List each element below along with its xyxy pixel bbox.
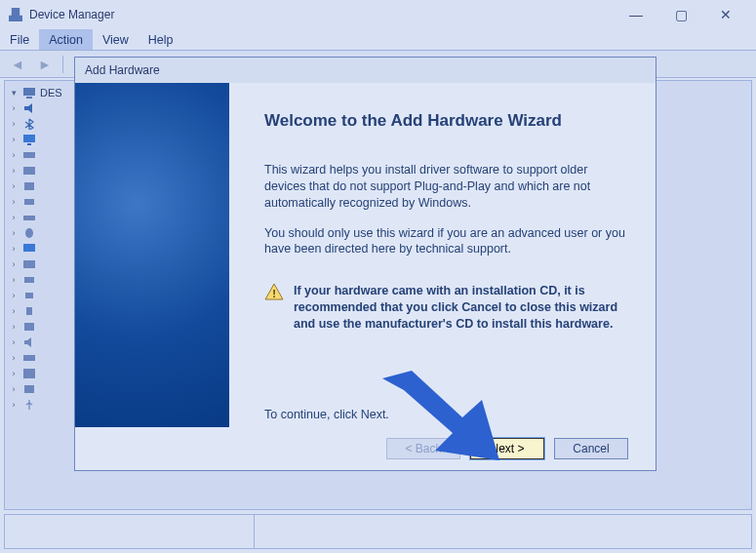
svg-rect-20 [24,385,34,393]
svg-rect-4 [27,143,31,145]
chevron-right-icon[interactable]: › [9,306,19,316]
printer-icon [22,274,36,286]
monitor2-icon [22,243,36,255]
sound-icon [22,336,36,348]
svg-rect-5 [23,152,35,158]
chevron-right-icon[interactable]: › [9,166,19,176]
tree-item[interactable]: › [9,241,77,257]
dialog-banner [75,83,229,427]
dialog-body: Welcome to the Add Hardware Wizard This … [75,83,656,427]
svg-rect-15 [26,307,32,315]
tree-item[interactable]: › [9,257,77,272]
toolbar-separator [62,56,63,73]
tree-item[interactable]: › [9,350,77,366]
tree-item[interactable]: › [9,335,77,350]
svg-rect-3 [23,135,35,142]
minimize-button[interactable]: — [614,0,658,29]
svg-text:!: ! [272,288,276,299]
tree-item[interactable]: › [9,288,77,303]
chevron-right-icon[interactable]: › [9,244,19,254]
chevron-right-icon[interactable]: › [9,384,19,394]
chevron-right-icon[interactable]: › [9,400,19,410]
tree-item[interactable]: › [9,178,77,194]
chevron-right-icon[interactable]: › [9,150,19,160]
chevron-right-icon[interactable]: › [9,275,19,285]
status-cell [255,515,751,548]
firmware-icon [22,180,36,192]
svg-rect-16 [24,323,34,331]
processor-icon [22,290,36,301]
disk-icon [22,149,36,161]
svg-rect-7 [24,182,34,190]
maximize-button[interactable]: ▢ [658,0,703,29]
chevron-right-icon[interactable]: › [9,135,19,144]
system-icon [22,368,36,379]
dialog-paragraph-1: This wizard helps you install driver sof… [264,162,626,212]
svg-rect-18 [23,355,35,361]
nav-back-icon: ◄ [6,54,29,75]
svg-rect-11 [23,244,35,252]
svg-rect-1 [26,97,32,99]
keyboard-icon [22,212,36,223]
chevron-right-icon[interactable]: › [9,337,19,347]
tree-item[interactable]: › [9,147,77,163]
tree-item[interactable]: › [9,100,77,116]
tree-item[interactable]: › [9,397,77,413]
chevron-right-icon[interactable]: › [9,181,19,191]
computer-icon [22,87,36,99]
chevron-right-icon[interactable]: › [9,369,19,378]
svg-marker-2 [24,103,32,113]
tree-item[interactable]: › [9,381,77,397]
chevron-right-icon[interactable]: › [9,228,19,238]
chevron-right-icon[interactable]: › [9,103,19,113]
svg-rect-6 [23,167,35,175]
dialog-button-row: < Back Next > Cancel [75,427,656,470]
dialog-main: Welcome to the Add Hardware Wizard This … [229,83,656,427]
tree-item[interactable]: › [9,132,77,147]
tree-item[interactable]: › [9,303,77,319]
tree-item[interactable]: › [9,319,77,335]
chevron-right-icon[interactable]: › [9,322,19,332]
titlebar: Device Manager — ▢ ✕ [0,0,756,29]
tree-item[interactable]: › [9,225,77,241]
chevron-right-icon[interactable]: › [9,197,19,207]
svg-rect-9 [23,216,35,220]
svg-rect-19 [23,369,35,378]
tree-item[interactable]: › [9,272,77,288]
dialog-heading: Welcome to the Add Hardware Wizard [264,110,626,133]
tree-root[interactable]: ▾ DES [9,85,77,100]
cancel-button[interactable]: Cancel [554,438,628,459]
chevron-right-icon[interactable]: › [9,291,19,300]
chevron-right-icon[interactable]: › [9,353,19,363]
tree-item[interactable]: › [9,194,77,210]
svg-rect-12 [23,260,35,268]
chevron-right-icon[interactable]: › [9,119,19,129]
software-icon [22,321,36,333]
nav-forward-icon: ► [33,54,57,75]
tree-item[interactable]: › [9,116,77,132]
tree-root-label: DES [40,87,62,99]
svg-rect-14 [25,293,33,298]
dialog-continue-text: To continue, click Next. [264,407,389,423]
tree-item[interactable]: › [9,366,77,381]
chevron-right-icon[interactable]: › [9,259,19,269]
menu-action[interactable]: Action [39,29,93,50]
device-tree[interactable]: ▾ DES › › › › › › › › › › › › › › › › › … [9,85,77,505]
menu-help[interactable]: Help [139,29,183,50]
tree-item[interactable]: › [9,163,77,178]
display-adapter-icon [22,165,36,177]
storage-icon [22,352,36,364]
svg-rect-13 [24,277,34,283]
menu-view[interactable]: View [93,29,139,50]
tree-item[interactable]: › [9,210,77,225]
svg-rect-8 [24,199,34,205]
close-button[interactable]: ✕ [703,0,748,29]
next-button[interactable]: Next > [470,438,544,459]
usb-controller-icon [22,383,36,395]
hid-icon [22,196,36,208]
usb-icon [22,399,36,411]
chevron-right-icon[interactable]: › [9,213,19,222]
back-button: < Back [386,438,460,459]
chevron-down-icon[interactable]: ▾ [9,88,19,98]
menu-file[interactable]: File [0,29,39,50]
